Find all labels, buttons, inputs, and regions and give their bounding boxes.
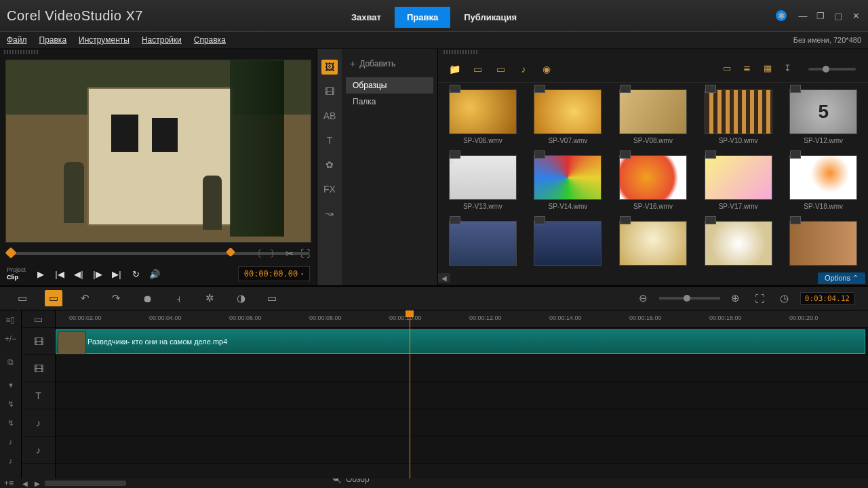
undo-icon[interactable]: ↶ — [76, 290, 94, 306]
record-icon[interactable]: ⏺ — [138, 290, 156, 306]
thumb[interactable]: SP-V10.wmv — [703, 89, 774, 144]
motion-track-icon[interactable]: ◑ — [232, 290, 250, 306]
redo-icon[interactable]: ↷ — [107, 290, 125, 306]
filter-fx-icon[interactable]: FX — [321, 182, 338, 197]
add-tracks-icon[interactable]: +≡ — [4, 479, 14, 488]
timeline-zoom-slider[interactable] — [659, 297, 720, 300]
mark-in-icon[interactable]: 〔 — [253, 248, 262, 260]
gutter-music-icon[interactable]: ♪ — [0, 451, 21, 470]
timeline-body[interactable]: 00:00:02.0000:00:04.0000:00:06.0000:00:0… — [56, 310, 868, 479]
music-track[interactable] — [56, 436, 868, 464]
thumb[interactable]: 5SP-V12.wmv — [788, 89, 859, 144]
time-ruler[interactable]: 00:00:02.0000:00:04.0000:00:06.0000:00:0… — [56, 310, 868, 328]
panel-grip[interactable] — [443, 50, 477, 54]
filter-photo-icon[interactable]: ▭ — [492, 62, 509, 76]
scrollbar-thumb[interactable] — [45, 481, 126, 486]
thumb[interactable] — [533, 221, 604, 268]
thumb[interactable]: SP-V08.wmv — [618, 89, 688, 144]
tab-share[interactable]: Публикация — [452, 7, 529, 28]
transition-icon[interactable]: AB — [321, 108, 338, 123]
thumb[interactable] — [703, 221, 774, 268]
audio-mixer-icon[interactable]: ⫞ — [170, 290, 187, 306]
media-category-icon[interactable]: 🖼 — [321, 60, 338, 75]
auto-music-icon[interactable]: ✲ — [201, 290, 218, 306]
sound-button[interactable]: 🔊 — [146, 266, 163, 282]
scroll-right-button[interactable]: ▶ — [33, 479, 42, 487]
go-start-button[interactable]: |◀ — [52, 266, 68, 282]
timeline-view-icon[interactable]: ▭ — [45, 290, 62, 306]
gutter-overlay-icon[interactable]: ↯ — [0, 394, 21, 413]
graphic-icon[interactable]: ✿ — [321, 157, 338, 172]
close-button[interactable]: ✕ — [850, 10, 861, 21]
path-icon[interactable]: ↝ — [321, 206, 338, 221]
menu-settings[interactable]: Настройки — [142, 35, 182, 45]
menu-tools[interactable]: Инструменты — [79, 35, 130, 45]
library-item-folder[interactable]: Палка — [346, 94, 433, 110]
thumb[interactable] — [448, 221, 518, 268]
tab-capture[interactable]: Захват — [339, 7, 393, 28]
menu-edit[interactable]: Правка — [39, 35, 67, 45]
thumb[interactable]: SP-V16.wmv — [618, 155, 688, 210]
overlay-track[interactable] — [56, 355, 868, 382]
cut-icon[interactable]: ✂ — [285, 248, 294, 260]
prev-frame-button[interactable]: ◀| — [71, 266, 87, 282]
scrub-end-handle[interactable] — [226, 247, 235, 256]
overlay-track-head[interactable]: 🎞 — [22, 355, 55, 382]
voice-track-head[interactable]: ♪ — [22, 409, 55, 436]
zoom-in-icon[interactable]: ⊕ — [727, 290, 745, 306]
title-track[interactable] — [56, 382, 868, 409]
fit-project-icon[interactable]: ⛶ — [751, 290, 769, 306]
thumb-zoom-slider[interactable] — [808, 68, 856, 70]
filter-video-icon[interactable]: ▭ — [469, 62, 486, 76]
view-list-icon[interactable]: ≣ — [743, 63, 757, 75]
title-track-head[interactable]: T — [22, 382, 55, 409]
video-clip[interactable]: Разведчики- кто они на самом деле.mp4 — [56, 329, 865, 354]
gutter-plus-icon[interactable]: +/− — [0, 329, 21, 348]
preview-canvas[interactable] — [5, 60, 311, 243]
duration-icon[interactable]: ◷ — [776, 290, 793, 306]
playhead[interactable] — [410, 310, 410, 479]
subtitle-icon[interactable]: ▭ — [263, 290, 281, 306]
video-track[interactable]: Разведчики- кто они на самом деле.mp4 — [56, 328, 868, 355]
panel-grip[interactable] — [4, 50, 38, 54]
thumb[interactable]: SP-V07.wmv — [533, 89, 604, 144]
maximize-button[interactable]: ▢ — [833, 10, 844, 21]
thumb[interactable] — [788, 221, 859, 268]
go-end-button[interactable]: ▶| — [108, 266, 125, 282]
scroll-left-button[interactable]: ◀ — [20, 479, 30, 487]
thumb[interactable]: SP-V06.wmv — [448, 89, 518, 144]
help-icon[interactable]: ✱ — [776, 10, 787, 21]
play-button[interactable]: ▶ — [33, 266, 49, 282]
thumb[interactable]: SP-V18.wmv — [788, 155, 859, 210]
filter-audio-icon[interactable]: ♪ — [515, 62, 532, 76]
view-large-icon[interactable]: ▭ — [723, 63, 736, 75]
gallery-scroll-left[interactable]: ◀ — [438, 273, 450, 283]
project-duration[interactable]: 0:03:04.12 — [800, 292, 854, 305]
instant-project-icon[interactable]: 🎞 — [321, 84, 338, 99]
zoom-out-icon[interactable]: ⊖ — [635, 290, 652, 306]
video-track-head[interactable]: 🎞 — [22, 328, 55, 355]
scrub-handle[interactable] — [5, 247, 17, 258]
music-track-head[interactable]: ♪ — [22, 436, 55, 464]
library-item-samples[interactable]: Образцы — [346, 77, 433, 94]
menu-help[interactable]: Справка — [194, 35, 226, 45]
gutter-video-icon[interactable]: ⧉ — [0, 348, 21, 375]
gutter-chevron-icon[interactable]: ▾ — [0, 375, 21, 394]
minimize-button[interactable]: — — [797, 10, 808, 21]
gutter-rows-icon[interactable]: ≡▯ — [0, 310, 21, 329]
filter-disc-icon[interactable]: ◉ — [538, 62, 555, 76]
thumb[interactable]: SP-V17.wmv — [703, 155, 774, 210]
add-folder-button[interactable]: Добавить — [346, 56, 433, 72]
view-grid-icon[interactable]: ▦ — [764, 63, 777, 75]
mark-out-icon[interactable]: 〕 — [269, 248, 279, 260]
project-clip-toggle[interactable]: Project Clip — [7, 266, 26, 281]
storyboard-view-icon[interactable]: ▭ — [14, 290, 31, 306]
tab-edit[interactable]: Правка — [395, 7, 450, 28]
ruler-head[interactable]: ▭ — [22, 310, 55, 328]
next-frame-button[interactable]: |▶ — [90, 266, 106, 282]
voice-track[interactable] — [56, 409, 868, 436]
thumb[interactable] — [618, 221, 688, 268]
expand-icon[interactable]: ⛶ — [300, 248, 310, 260]
thumb[interactable]: 2SP-V13.wmv — [448, 155, 518, 210]
gutter-voice-icon[interactable]: ♪ — [0, 432, 21, 451]
